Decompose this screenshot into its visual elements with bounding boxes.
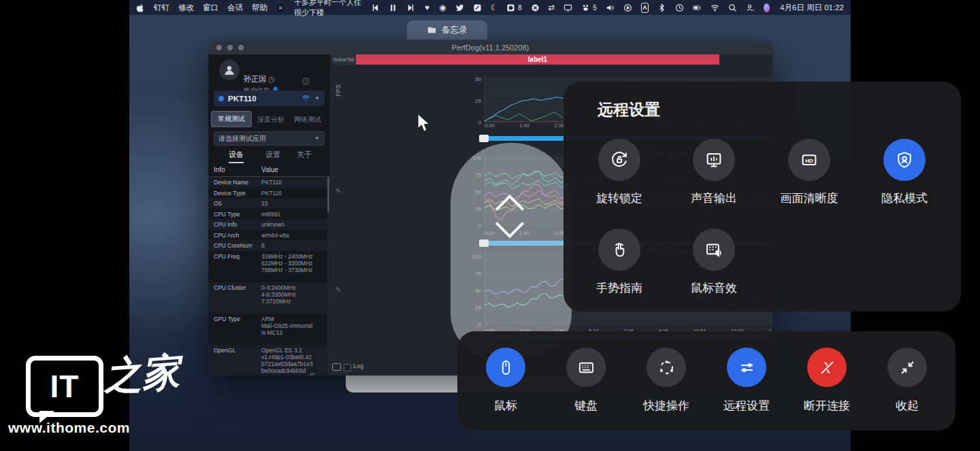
- menu-item-dingtalk[interactable]: 钉钉: [154, 3, 169, 13]
- bluetooth-icon[interactable]: [657, 3, 666, 12]
- close-window-icon[interactable]: [216, 45, 222, 50]
- x-tick-label: 3:38: [554, 122, 564, 129]
- next-track-icon[interactable]: [406, 3, 415, 12]
- screen-time-icon[interactable]: [675, 3, 684, 12]
- browser-app-icon[interactable]: [506, 3, 515, 12]
- tab-normal-test[interactable]: 常规测试: [211, 111, 252, 127]
- table-row[interactable]: OS15: [208, 198, 330, 209]
- keyboard-button[interactable]: 键盘: [545, 348, 627, 414]
- memo-tab-label: 备忘录: [442, 24, 468, 36]
- table-row[interactable]: CPU Archarm64-v8a: [208, 230, 330, 241]
- keyboard-icon: [577, 358, 595, 377]
- previous-track-icon[interactable]: [371, 3, 380, 12]
- fps-slider-handle[interactable]: [479, 135, 489, 142]
- fan-utility-icon[interactable]: [531, 3, 540, 12]
- pause-icon[interactable]: [389, 3, 397, 12]
- battery-icon[interactable]: [693, 3, 702, 12]
- sidebar-scrollbar[interactable]: [327, 177, 329, 375]
- user-switch-icon[interactable]: [746, 3, 755, 12]
- gesture-guide-button[interactable]: 手势指南: [572, 229, 667, 296]
- virtual-mouse-overlay[interactable]: [451, 143, 572, 357]
- table-row[interactable]: CPU Typemt6991: [208, 209, 330, 220]
- info-label: GPU Type: [208, 316, 261, 322]
- do-not-disturb-moon-icon[interactable]: ☾: [491, 3, 497, 12]
- window-titlebar[interactable]: PerfDog(v11.1.250208): [208, 41, 772, 54]
- audio-output-button[interactable]: 声音输出: [666, 139, 762, 206]
- apple-menu-icon[interactable]: [136, 3, 145, 12]
- switch-arrows-icon[interactable]: ⇄: [549, 3, 555, 12]
- tab-deep-analysis[interactable]: 深度分析: [257, 115, 284, 124]
- info-value: unknown: [261, 221, 284, 228]
- info-value: PKT110: [261, 179, 282, 186]
- mouse-button[interactable]: 鼠标: [465, 348, 546, 414]
- disc-icon[interactable]: ◉: [440, 3, 446, 12]
- ithome-logo-script: 之家: [101, 346, 181, 403]
- menu-bar-clock[interactable]: 4月6日 周日 01:22: [780, 3, 844, 13]
- siri-icon[interactable]: [764, 3, 770, 12]
- privacy-mode-button[interactable]: 隐私模式: [857, 139, 952, 206]
- tab-about[interactable]: 关于: [297, 150, 312, 160]
- mouse-sfx-button[interactable]: 鼠标音效: [666, 229, 762, 296]
- gesture-guide-icon: [609, 239, 630, 260]
- paw-app-icon[interactable]: [581, 3, 590, 12]
- tab-network-test[interactable]: 网络测试: [294, 115, 321, 124]
- zoom-window-icon[interactable]: [238, 45, 244, 50]
- spotlight-search-icon[interactable]: [728, 3, 737, 12]
- table-row[interactable]: Device TypePKT110: [208, 188, 330, 199]
- device-selector[interactable]: PKT110 ▼: [214, 90, 325, 106]
- device-selector-name: PKT110: [228, 95, 297, 103]
- chevron-down-icon: ▼: [314, 135, 320, 141]
- disconnect-icon: [818, 358, 836, 377]
- minimize-window-icon[interactable]: [227, 45, 233, 50]
- menu-item-window[interactable]: 窗口: [203, 3, 218, 13]
- info-value: PKT110: [261, 190, 282, 197]
- audio-output-icon: [704, 150, 724, 170]
- wifi-icon[interactable]: [710, 3, 719, 12]
- gear-icon[interactable]: ⚙: [301, 75, 310, 88]
- table-row[interactable]: CPU CoreNum8: [208, 240, 330, 251]
- menu-item-help[interactable]: 帮助: [252, 3, 267, 13]
- disconnect-button[interactable]: 断开连接: [786, 348, 868, 414]
- rotation-lock-button[interactable]: 旋转锁定: [572, 139, 667, 206]
- table-row[interactable]: CPU Cluster0-3:2400MHz 4-6:3300MHz 7:372…: [208, 282, 330, 314]
- sidebar-collapse-icon[interactable]: «: [309, 369, 314, 375]
- mouse-icon: [497, 358, 515, 377]
- menu-item-session[interactable]: 会话: [227, 3, 243, 13]
- info-value: 15: [261, 200, 267, 207]
- edit-pencil-icon[interactable]: ✎: [336, 286, 341, 293]
- table-row[interactable]: CPU Freq339MHz - 2400MHz 622MHz - 3300MH…: [208, 251, 330, 282]
- log-checkbox[interactable]: [344, 364, 351, 371]
- play-circle-icon[interactable]: [623, 3, 632, 12]
- tab-settings[interactable]: 设置: [265, 150, 280, 160]
- status-clock-icon: ◷: [268, 75, 275, 83]
- collapse-button[interactable]: 收起: [866, 348, 948, 414]
- log-checkbox-label: Log: [353, 363, 363, 369]
- favorite-heart-icon[interactable]: ♥: [424, 3, 431, 12]
- table-row[interactable]: Device NamePKT110: [208, 177, 330, 188]
- svg-text:25: 25: [475, 98, 481, 104]
- display-icon[interactable]: [564, 3, 572, 12]
- notes-widget-icon[interactable]: [473, 3, 482, 12]
- menu-item-edit[interactable]: 修改: [178, 3, 194, 13]
- avatar[interactable]: [219, 60, 240, 80]
- memo-app-tab[interactable]: 备忘录: [407, 20, 487, 39]
- edit-pencil-icon[interactable]: ✎: [336, 187, 341, 195]
- screenshot-frame-icon[interactable]: [332, 363, 341, 371]
- x-tick-label: 0:00: [485, 122, 495, 129]
- remote-settings-button[interactable]: 远程设置: [706, 348, 787, 414]
- perfdog-sidebar: 孙正国 ◷ 账户信息 👤 ⚙ PKT110 ▼ 常规测试 深度分析 网络测试 请…: [208, 54, 330, 375]
- paw-badge-count: 5: [593, 4, 597, 12]
- table-row[interactable]: CPU Infounknown: [208, 219, 330, 230]
- input-method-icon[interactable]: A: [641, 3, 649, 13]
- bird-app-icon[interactable]: [455, 3, 464, 12]
- hd-quality-button[interactable]: HD 画面清晰度: [762, 139, 857, 206]
- volume-icon[interactable]: [606, 3, 615, 12]
- table-row[interactable]: GPU TypeARM Mali-G925-Immortal is MC12: [208, 314, 330, 345]
- hd-quality-icon: HD: [799, 150, 819, 170]
- tab-device-info[interactable]: 设备: [229, 150, 244, 163]
- quick-actions-button[interactable]: 快捷操作: [625, 348, 707, 414]
- info-value: 0-3:2400MHz 4-6:3300MHz 7:3720MHz: [261, 284, 296, 305]
- info-value: 339MHz - 2400MHz 622MHz - 3300MHz 798MHz…: [261, 253, 313, 273]
- test-app-select[interactable]: 请选择测试应用 ▼: [214, 131, 325, 146]
- music-app-icon[interactable]: [276, 3, 285, 12]
